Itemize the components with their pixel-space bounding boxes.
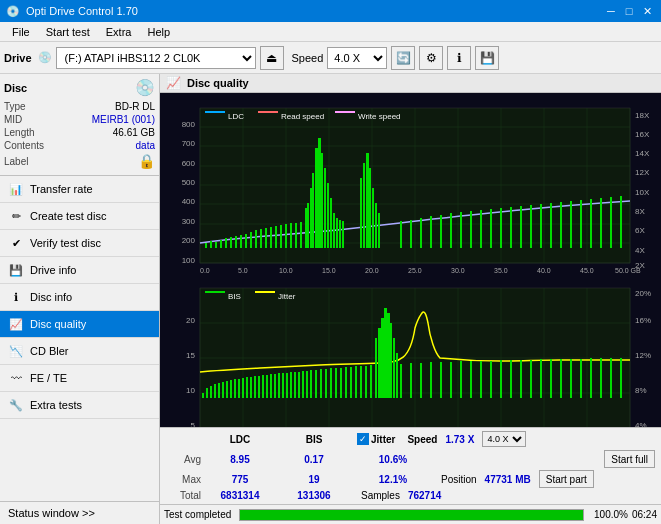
settings-button[interactable]: ⚙	[419, 46, 443, 70]
svg-rect-90	[620, 196, 622, 248]
svg-rect-188	[410, 363, 412, 398]
svg-rect-206	[590, 358, 592, 398]
svg-rect-169	[387, 313, 390, 398]
nav-extra-tests[interactable]: 🔧 Extra tests	[0, 392, 159, 419]
menu-extra[interactable]: Extra	[98, 24, 140, 40]
nav-create-test-disc[interactable]: ✏ Create test disc	[0, 203, 159, 230]
nav-transfer-rate-label: Transfer rate	[30, 183, 93, 195]
menu-help[interactable]: Help	[139, 24, 178, 40]
max-bis: 19	[279, 474, 349, 485]
nav-cd-bler[interactable]: 📉 CD Bler	[0, 338, 159, 365]
svg-rect-167	[381, 318, 384, 398]
svg-rect-200	[530, 360, 532, 398]
svg-text:25.0: 25.0	[408, 267, 422, 274]
nav-disc-info[interactable]: ℹ Disc info	[0, 284, 159, 311]
svg-rect-204	[570, 359, 572, 398]
minimize-button[interactable]: ─	[603, 3, 619, 19]
svg-rect-57	[333, 213, 335, 248]
svg-rect-43	[285, 224, 287, 248]
svg-text:400: 400	[182, 197, 196, 206]
create-test-icon: ✏	[8, 208, 24, 224]
svg-rect-42	[280, 225, 282, 248]
svg-rect-190	[430, 362, 432, 398]
svg-rect-68	[400, 221, 402, 248]
svg-rect-195	[480, 361, 482, 398]
refresh-button[interactable]: 🔄	[391, 46, 415, 70]
total-ldc: 6831314	[205, 490, 275, 501]
title-bar: 💿 Opti Drive Control 1.70 ─ □ ✕	[0, 0, 661, 22]
svg-rect-203	[560, 359, 562, 398]
svg-text:5: 5	[191, 421, 196, 427]
menu-file[interactable]: File	[4, 24, 38, 40]
svg-rect-63	[366, 153, 369, 248]
samples-label: Samples	[361, 490, 400, 501]
drive-select[interactable]: (F:) ATAPI iHBS112 2 CL0K	[56, 47, 256, 69]
svg-rect-144	[222, 382, 224, 398]
stats-speed-select[interactable]: 4.0 X	[482, 431, 526, 447]
menu-start-test[interactable]: Start test	[38, 24, 98, 40]
svg-text:10.0: 10.0	[279, 267, 293, 274]
svg-text:16%: 16%	[635, 316, 651, 325]
close-button[interactable]: ✕	[639, 3, 655, 19]
save-button[interactable]: 💾	[475, 46, 499, 70]
stats-bar: LDC BIS ✓ Jitter Speed 1.73 X 4.0 X Avg …	[160, 427, 661, 504]
svg-rect-84	[560, 202, 562, 248]
svg-rect-196	[490, 361, 492, 398]
drive-icon: 💿	[38, 51, 52, 64]
nav-fe-te[interactable]: 〰 FE / TE	[0, 365, 159, 392]
svg-text:500: 500	[182, 178, 196, 187]
svg-rect-180	[340, 368, 342, 398]
svg-text:15: 15	[186, 351, 195, 360]
svg-text:Write speed: Write speed	[358, 112, 401, 121]
ldc-header: LDC	[205, 434, 275, 445]
avg-jitter: 10.6%	[353, 454, 433, 465]
position-label: Position	[441, 474, 477, 485]
disc-quality-icon: 📈	[8, 316, 24, 332]
svg-rect-177	[325, 369, 327, 398]
svg-text:LDC: LDC	[228, 112, 244, 121]
eject-button[interactable]: ⏏	[260, 46, 284, 70]
bis-header: BIS	[279, 434, 349, 445]
label-icon: 🔒	[138, 153, 155, 169]
jitter-checkbox[interactable]: ✓ Jitter	[357, 433, 395, 445]
nav-disc-info-label: Disc info	[30, 291, 72, 303]
svg-rect-197	[500, 360, 502, 398]
svg-rect-48	[307, 203, 309, 248]
transfer-rate-icon: 📊	[8, 181, 24, 197]
total-bis: 131306	[279, 490, 349, 501]
info-button[interactable]: ℹ	[447, 46, 471, 70]
chart-header: 📈 Disc quality	[160, 74, 661, 93]
speed-select[interactable]: 4.0 X	[327, 47, 387, 69]
max-label: Max	[166, 474, 201, 485]
svg-rect-172	[396, 353, 398, 398]
svg-text:800: 800	[182, 120, 196, 129]
nav-disc-quality-label: Disc quality	[30, 318, 86, 330]
svg-rect-157	[274, 374, 276, 398]
speed-header: Speed	[407, 434, 437, 445]
svg-rect-159	[282, 373, 284, 398]
status-window-button[interactable]: Status window >>	[0, 501, 159, 524]
svg-text:4%: 4%	[635, 421, 647, 427]
nav-transfer-rate[interactable]: 📊 Transfer rate	[0, 176, 159, 203]
svg-rect-72	[440, 215, 442, 248]
start-full-button[interactable]: Start full	[604, 450, 655, 468]
time-text: 06:24	[632, 509, 657, 520]
menu-bar: File Start test Extra Help	[0, 22, 661, 42]
nav-verify-test-disc[interactable]: ✔ Verify test disc	[0, 230, 159, 257]
svg-text:12%: 12%	[635, 351, 651, 360]
svg-rect-61	[360, 178, 362, 248]
nav-disc-quality[interactable]: 📈 Disc quality	[0, 311, 159, 338]
speed-select-wrapper[interactable]: 4.0 X	[482, 431, 526, 447]
svg-rect-70	[420, 218, 422, 248]
svg-rect-56	[330, 198, 332, 248]
svg-rect-187	[400, 364, 402, 398]
maximize-button[interactable]: □	[621, 3, 637, 19]
svg-rect-150	[246, 377, 248, 398]
svg-rect-192	[450, 362, 452, 398]
svg-rect-201	[540, 359, 542, 398]
start-part-button[interactable]: Start part	[539, 470, 594, 488]
svg-rect-173	[306, 371, 308, 398]
nav-drive-info[interactable]: 💾 Drive info	[0, 257, 159, 284]
svg-text:50.0 GB: 50.0 GB	[615, 267, 641, 274]
svg-rect-85	[570, 201, 572, 248]
